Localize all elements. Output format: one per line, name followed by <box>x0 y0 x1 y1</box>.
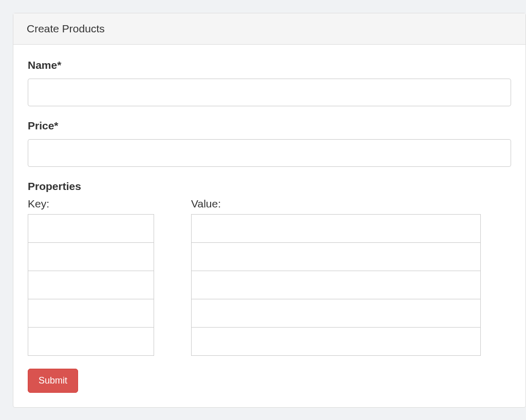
panel-title: Create Products <box>27 23 512 35</box>
key-input-3[interactable] <box>28 299 154 328</box>
properties-columns: Key: Value: <box>28 198 511 355</box>
price-label: Price* <box>28 120 511 132</box>
value-input-3[interactable] <box>191 299 481 328</box>
price-input[interactable] <box>28 139 511 167</box>
panel-header: Create Products <box>13 13 525 45</box>
value-input-1[interactable] <box>191 242 481 271</box>
key-input-4[interactable] <box>28 327 154 356</box>
value-column: Value: <box>191 198 481 355</box>
panel-body: Name* Price* Properties Key: <box>13 45 525 407</box>
name-label: Name* <box>28 59 511 71</box>
value-input-0[interactable] <box>191 214 481 243</box>
value-column-label: Value: <box>191 198 481 210</box>
key-column: Key: <box>28 198 154 355</box>
price-form-group: Price* <box>28 120 511 167</box>
name-input[interactable] <box>28 79 511 106</box>
key-column-label: Key: <box>28 198 154 210</box>
name-form-group: Name* <box>28 59 511 106</box>
value-input-4[interactable] <box>191 327 481 356</box>
key-input-2[interactable] <box>28 271 154 299</box>
key-input-0[interactable] <box>28 214 154 243</box>
properties-section: Properties Key: Value: <box>28 180 511 355</box>
key-input-1[interactable] <box>28 242 154 271</box>
value-input-2[interactable] <box>191 271 481 299</box>
create-products-panel: Create Products Name* Price* Properties … <box>13 13 526 408</box>
submit-button[interactable]: Submit <box>28 369 78 393</box>
properties-title: Properties <box>28 180 511 193</box>
